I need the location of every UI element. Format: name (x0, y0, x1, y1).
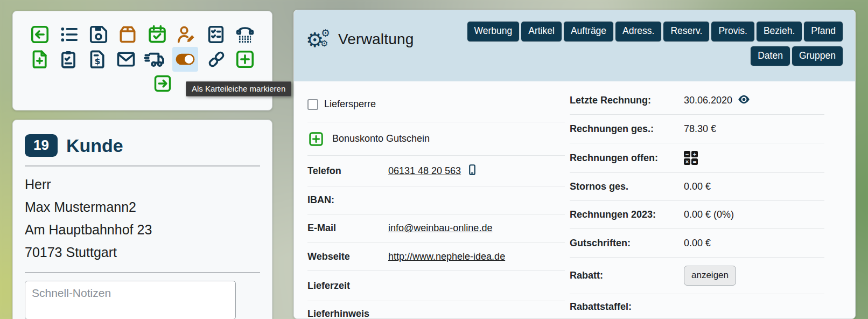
rechnungen-2023-label: Rechnungen 2023: (570, 209, 684, 220)
liefersperre-checkbox[interactable] (307, 99, 318, 110)
customer-name: Max Mustermann2 (25, 196, 260, 218)
email-row: E-Mail info@weinbau-online.de (307, 214, 565, 242)
liefersperre-label: Liefersperre (324, 99, 376, 110)
customer-type-title: Kunde (66, 135, 123, 156)
toggle-on-icon[interactable] (172, 47, 198, 72)
webseite-row: Webseite http://www.nephele-idea.de (307, 242, 565, 271)
email-label: E-Mail (307, 223, 388, 234)
rechnungen-offen-label: Rechnungen offen: (570, 152, 684, 164)
lieferzeit-label: Lieferzeit (307, 280, 388, 292)
phone-link[interactable]: 06131 48 20 563 (388, 165, 461, 177)
letzte-rechnung-label: Letzte Rechnung: (570, 95, 684, 106)
mobile-phone-icon[interactable] (466, 163, 478, 179)
lieferhinweis-label: Lieferhinweis (307, 308, 388, 319)
bullet-list-icon[interactable] (58, 23, 80, 46)
file-plus-icon[interactable] (29, 48, 51, 71)
iban-row: IBAN: (307, 186, 565, 214)
customer-header: 19 Kunde (25, 134, 260, 157)
email-link[interactable]: info@weinbau-online.de (388, 223, 492, 234)
admin-panel-header: ⚙⚙⚙ Verwaltung Werbung Artikel Aufträge … (294, 10, 855, 81)
tooltip: Als Karteileiche markieren (186, 81, 291, 96)
nav-gruppen-button[interactable]: Gruppen (792, 46, 843, 67)
nav-artikel-button[interactable]: Artikel (521, 21, 562, 42)
nav-auftraege-button[interactable]: Aufträge (563, 21, 614, 42)
detail-grid: Liefersperre Bonuskonto Gutschein Telefo… (294, 81, 855, 319)
panel-title: Verwaltung (338, 31, 414, 48)
task-list-icon[interactable] (205, 23, 227, 46)
nav-werbung-button[interactable]: Werbung (467, 21, 520, 42)
gutschriften-row: Gutschriften: 0.00 € (570, 229, 824, 258)
toolbar-row-1 (29, 22, 256, 47)
customer-city: 70173 Stuttgart (25, 241, 260, 263)
admin-panel: ⚙⚙⚙ Verwaltung Werbung Artikel Aufträge … (293, 10, 856, 319)
rechnungen-ges-label: Rechnungen ges.: (570, 123, 684, 135)
rechnungen-2023-row: Rechnungen 2023: 0.00 € (0%) (570, 201, 824, 229)
rabatt-anzeigen-button[interactable]: anzeigen (684, 266, 736, 286)
webseite-label: Webseite (307, 251, 388, 262)
customer-card: 19 Kunde Herr Max Mustermann2 Am Hauptba… (12, 120, 272, 319)
divider (25, 272, 260, 273)
stornos-row: Stornos ges. 0.00 € (570, 173, 824, 201)
bonuskonto-label: Bonuskonto Gutschein (332, 133, 430, 144)
math-operations-icon[interactable]: −+×= (684, 151, 698, 165)
eye-icon[interactable] (738, 93, 750, 108)
rabatt-label: Rabatt: (570, 270, 684, 281)
nav-provision-button[interactable]: Provis. (711, 21, 754, 42)
quick-notes-input[interactable] (25, 281, 236, 319)
rechnungen-ges-row: Rechnungen ges.: 78.30 € (570, 115, 824, 143)
nav-daten-button[interactable]: Daten (750, 46, 790, 67)
detail-column-left: Liefersperre Bonuskonto Gutschein Telefo… (307, 87, 565, 319)
save-icon[interactable] (88, 23, 109, 46)
nav-reservierung-button[interactable]: Reserv. (663, 21, 710, 42)
liefersperre-row: Liefersperre (307, 87, 565, 122)
customer-street: Am Hauptbahnhof 23 (25, 218, 260, 241)
customer-address: Herr Max Mustermann2 Am Hauptbahnhof 23 … (25, 173, 260, 263)
rabattstaffel-label: Rabattstaffel: (570, 301, 684, 313)
telefon-row: Telefon 06131 48 20 563 (307, 156, 565, 186)
gutschriften-label: Gutschriften: (570, 238, 684, 249)
rechnungen-offen-row: Rechnungen offen: −+×= (570, 143, 824, 173)
gears-icon: ⚙⚙⚙ (306, 31, 334, 54)
svg-text:$: $ (94, 56, 100, 66)
detail-column-right: Letzte Rechnung: 30.06.2020 Rechnungen g… (570, 87, 824, 319)
nav-pfand-button[interactable]: Pfand (803, 21, 843, 42)
plus-square-icon[interactable] (234, 48, 256, 71)
admin-nav-row-2: Daten Gruppen (749, 46, 843, 67)
iban-label: IBAN: (307, 195, 388, 206)
nav-adressen-button[interactable]: Adress. (615, 21, 662, 42)
toolbar-row-2: $ (29, 47, 256, 72)
calendar-check-icon[interactable] (146, 23, 168, 46)
customer-id-badge: 19 (25, 134, 58, 157)
stornos-value: 0.00 € (684, 181, 711, 192)
rabatt-row: Rabatt: anzeigen (570, 258, 824, 294)
telefon-label: Telefon (307, 165, 388, 177)
lieferzeit-row: Lieferzeit (307, 271, 565, 301)
letzte-rechnung-row: Letzte Rechnung: 30.06.2020 (570, 87, 824, 115)
admin-title-group: ⚙⚙⚙ Verwaltung (306, 31, 414, 54)
user-edit-icon[interactable] (176, 23, 197, 46)
link-icon[interactable] (206, 48, 227, 71)
customer-salutation: Herr (25, 173, 260, 196)
lieferhinweis-row: Lieferhinweis (307, 301, 565, 319)
bonuskonto-row: Bonuskonto Gutschein (307, 122, 565, 156)
arrow-right-icon[interactable] (152, 72, 173, 95)
back-icon[interactable] (29, 23, 51, 46)
letzte-rechnung-value: 30.06.2020 (684, 95, 732, 106)
website-link[interactable]: http://www.nephele-idea.de (388, 251, 505, 262)
gutschriften-value: 0.00 € (684, 238, 711, 249)
file-invoice-dollar-icon[interactable]: $ (87, 48, 108, 71)
package-icon[interactable] (117, 23, 138, 46)
divider (25, 165, 260, 167)
stornos-label: Stornos ges. (570, 181, 684, 192)
clipboard-check-icon[interactable] (58, 48, 79, 71)
truck-fast-icon[interactable] (144, 48, 165, 71)
admin-nav-row-1: Werbung Artikel Aufträge Adress. Reserv.… (466, 21, 843, 42)
fax-icon[interactable] (234, 23, 256, 46)
rabattstaffel-row: Rabattstaffel: (570, 294, 824, 319)
add-voucher-icon[interactable] (307, 130, 325, 148)
envelope-icon[interactable] (115, 48, 137, 71)
rechnungen-ges-value: 78.30 € (684, 123, 716, 135)
rechnungen-2023-value: 0.00 € (0%) (684, 209, 734, 220)
nav-beziehungen-button[interactable]: Bezieh. (756, 21, 802, 42)
admin-nav: Werbung Artikel Aufträge Adress. Reserv.… (466, 21, 843, 66)
